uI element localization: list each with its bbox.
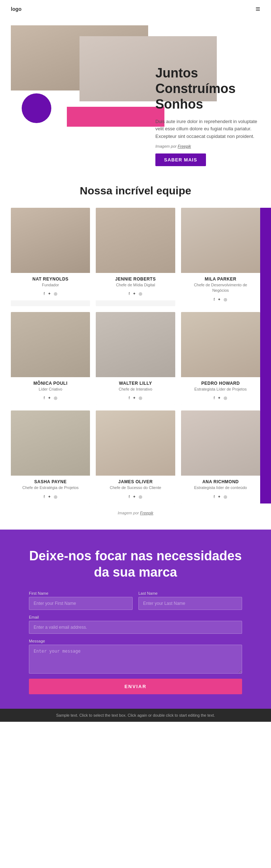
team-role-7: Chefe de Estratégia de Projetos xyxy=(15,485,86,490)
saber-mais-button[interactable]: SABER MAIS xyxy=(155,153,206,166)
instagram-icon-2[interactable]: ◎ xyxy=(139,291,142,296)
twitter-icon-5[interactable]: ✦ xyxy=(133,396,136,400)
email-input[interactable] xyxy=(29,621,242,634)
first-name-label: First Name xyxy=(29,591,133,595)
team-grid: NAT REYNOLDS Fundador f ✦ ◎ JENNIE ROBER… xyxy=(11,208,260,503)
message-textarea[interactable] xyxy=(29,645,242,674)
hero-description: Duis aute irure dolor in reprehenderit i… xyxy=(155,118,260,140)
team-info-8: JAMES OLIVER Chefe de Sucesso do Cliente… xyxy=(96,476,175,503)
facebook-icon-8[interactable]: f xyxy=(129,494,130,499)
first-name-group: First Name xyxy=(29,591,133,610)
instagram-icon-4[interactable]: ◎ xyxy=(54,396,57,400)
team-photo-3 xyxy=(181,208,260,273)
team-role-5: Chefe de Interativo xyxy=(100,387,171,392)
team-card-7: SASHA PAYNE Chefe de Estratégia de Proje… xyxy=(11,410,90,503)
twitter-icon-7[interactable]: ✦ xyxy=(48,494,51,499)
team-card-5: WALTER LILLY Chefe de Interativo f ✦ ◎ xyxy=(96,312,175,405)
team-card-1: NAT REYNOLDS Fundador f ✦ ◎ xyxy=(11,208,90,306)
facebook-icon-2[interactable]: f xyxy=(129,291,130,296)
last-name-label: Last Name xyxy=(138,591,242,595)
team-info-9: ANA RICHMOND Estrategista líder de conte… xyxy=(181,476,260,503)
team-info-6: PEDRO HOWARD Estrategista Líder de Proje… xyxy=(181,377,260,405)
team-role-8: Chefe de Sucesso do Cliente xyxy=(100,485,171,490)
team-card-9: ANA RICHMOND Estrategista líder de conte… xyxy=(181,410,260,503)
team-name-5: WALTER LILLY xyxy=(100,381,171,386)
twitter-icon-6[interactable]: ✦ xyxy=(218,396,221,400)
hero-title: Juntos Construímos Sonhos xyxy=(155,65,260,112)
twitter-icon-8[interactable]: ✦ xyxy=(133,494,136,499)
team-role-6: Estrategista Líder de Projetos xyxy=(185,387,256,392)
team-card-6: PEDRO HOWARD Estrategista Líder de Proje… xyxy=(181,312,260,405)
team-section-title: Nossa incrível equipe xyxy=(11,185,260,197)
team-photo-5 xyxy=(96,312,175,377)
freepik-link[interactable]: Freepik xyxy=(178,144,191,148)
facebook-icon-9[interactable]: f xyxy=(214,494,215,499)
social-icons-1: f ✦ ◎ xyxy=(15,290,86,298)
hero-content: Juntos Construímos Sonhos Duis aute irur… xyxy=(155,65,260,166)
last-name-input[interactable] xyxy=(138,597,242,610)
team-photo-2 xyxy=(96,208,175,273)
message-label: Message xyxy=(29,639,242,643)
email-group: Email xyxy=(29,615,242,634)
social-icons-3: f ✦ ◎ xyxy=(185,296,256,304)
team-photo-9 xyxy=(181,410,260,476)
team-info-5: WALTER LILLY Chefe de Interativo f ✦ ◎ xyxy=(96,377,175,405)
team-info-4: MÔNICA POULI Líder Criativo f ✦ ◎ xyxy=(11,377,90,405)
pink-accent-bottom xyxy=(67,107,164,127)
first-name-input[interactable] xyxy=(29,597,133,610)
team-role-2: Chefe de Mídia Digital xyxy=(100,282,171,288)
contact-form: First Name Last Name Email Message ENVIA… xyxy=(29,591,242,694)
instagram-icon-6[interactable]: ◎ xyxy=(224,396,227,400)
team-photo-4 xyxy=(11,312,90,377)
social-icons-5: f ✦ ◎ xyxy=(100,394,171,403)
social-icons-7: f ✦ ◎ xyxy=(15,493,86,501)
instagram-icon[interactable]: ◎ xyxy=(54,291,57,296)
facebook-icon-7[interactable]: f xyxy=(44,494,45,499)
twitter-icon-4[interactable]: ✦ xyxy=(48,396,51,400)
header: logo ≡ xyxy=(0,0,271,18)
team-info-1: NAT REYNOLDS Fundador f ✦ ◎ xyxy=(11,273,90,300)
instagram-icon-5[interactable]: ◎ xyxy=(139,396,142,400)
facebook-icon-5[interactable]: f xyxy=(129,396,130,400)
twitter-icon[interactable]: ✦ xyxy=(48,291,51,296)
team-name-4: MÔNICA POULI xyxy=(15,381,86,386)
team-role-1: Fundador xyxy=(15,282,86,288)
facebook-icon[interactable]: f xyxy=(44,291,45,296)
team-name-3: MILA PARKER xyxy=(185,277,256,282)
team-role-4: Líder Criativo xyxy=(15,387,86,392)
instagram-icon-8[interactable]: ◎ xyxy=(139,494,142,499)
purple-side-decoration xyxy=(260,208,271,503)
social-icons-8: f ✦ ◎ xyxy=(100,493,171,501)
team-card-4: MÔNICA POULI Líder Criativo f ✦ ◎ xyxy=(11,312,90,405)
team-photo-7 xyxy=(11,410,90,476)
team-card-2: JENNIE ROBERTS Chefe de Mídia Digital f … xyxy=(96,208,175,306)
facebook-icon-6[interactable]: f xyxy=(214,396,215,400)
facebook-icon-4[interactable]: f xyxy=(44,396,45,400)
team-freepik-link[interactable]: Freepik xyxy=(140,511,154,515)
team-name-9: ANA RICHMOND xyxy=(185,479,256,484)
team-info-7: SASHA PAYNE Chefe de Estratégia de Proje… xyxy=(11,476,90,503)
team-grid-wrapper: NAT REYNOLDS Fundador f ✦ ◎ JENNIE ROBER… xyxy=(11,208,260,503)
team-role-3: Chefe de Desenvolvimento de Negócios xyxy=(185,282,256,294)
team-name-8: JAMES OLIVER xyxy=(100,479,171,484)
instagram-icon-7[interactable]: ◎ xyxy=(54,494,57,499)
team-card-8: JAMES OLIVER Chefe de Sucesso do Cliente… xyxy=(96,410,175,503)
team-photo-1 xyxy=(11,208,90,273)
facebook-icon-3[interactable]: f xyxy=(214,297,215,302)
team-section: Nossa incrível equipe NAT REYNOLDS Funda… xyxy=(0,170,271,530)
logo: logo xyxy=(11,6,22,12)
submit-button[interactable]: ENVIAR xyxy=(29,679,242,694)
twitter-icon-2[interactable]: ✦ xyxy=(133,291,136,296)
instagram-icon-9[interactable]: ◎ xyxy=(224,494,227,499)
twitter-icon-9[interactable]: ✦ xyxy=(218,494,221,499)
team-name-6: PEDRO HOWARD xyxy=(185,381,256,386)
instagram-icon-3[interactable]: ◎ xyxy=(224,297,227,302)
team-info-2: JENNIE ROBERTS Chefe de Mídia Digital f … xyxy=(96,273,175,300)
team-name-7: SASHA PAYNE xyxy=(15,479,86,484)
team-photo-6 xyxy=(181,312,260,377)
purple-circle-decoration xyxy=(22,93,51,123)
hamburger-menu-icon[interactable]: ≡ xyxy=(255,4,260,14)
social-icons-6: f ✦ ◎ xyxy=(185,394,256,403)
team-name-1: NAT REYNOLDS xyxy=(15,277,86,282)
twitter-icon-3[interactable]: ✦ xyxy=(218,297,221,302)
